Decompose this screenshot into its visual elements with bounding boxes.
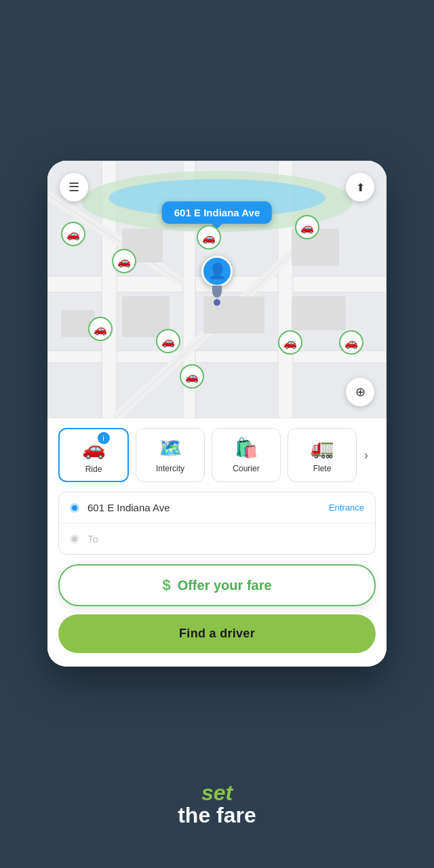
brand-set-text: set bbox=[178, 782, 256, 804]
share-icon: ⬆ bbox=[356, 181, 365, 194]
car-marker-2: 🚗 bbox=[112, 249, 136, 273]
car-marker-6: 🚗 bbox=[278, 330, 302, 355]
car-marker-9: 🚗 bbox=[61, 222, 85, 246]
user-pin: 👤 bbox=[201, 256, 233, 306]
car-marker-5: 🚗 bbox=[156, 329, 180, 353]
tab-courier[interactable]: 🛍️ Courier bbox=[212, 428, 281, 482]
ride-icon-wrapper: 🚗 i bbox=[82, 436, 106, 460]
to-placeholder: To bbox=[87, 533, 364, 545]
tab-intercity[interactable]: 🗺️ Intercity bbox=[136, 428, 205, 482]
share-button[interactable]: ⬆ bbox=[346, 173, 374, 201]
service-tabs: 🚗 i Ride 🗺️ Intercity 🛍️ Courier bbox=[58, 428, 357, 482]
find-driver-button[interactable]: Find a driver bbox=[58, 614, 376, 653]
footer-brand: set the fare bbox=[178, 782, 256, 827]
pin-tail bbox=[212, 285, 222, 298]
courier-icon: 🛍️ bbox=[235, 435, 258, 460]
car-marker-7: 🚗 bbox=[339, 330, 363, 355]
offer-fare-label: Offer your fare bbox=[178, 578, 272, 593]
car-marker-8: 🚗 bbox=[180, 364, 204, 389]
courier-label: Courier bbox=[233, 464, 259, 473]
car-marker-4: 🚗 bbox=[88, 317, 113, 341]
locate-icon: ⊕ bbox=[355, 384, 366, 399]
brand-fare-text: the fare bbox=[178, 804, 256, 827]
tab-flete[interactable]: 🚛 Flete bbox=[288, 428, 357, 482]
ride-label: Ride bbox=[85, 465, 102, 474]
map-address-callout: 601 E Indiana Ave bbox=[162, 201, 272, 224]
intercity-label: Intercity bbox=[156, 464, 184, 473]
from-dot bbox=[70, 503, 79, 513]
svg-rect-2 bbox=[47, 351, 387, 363]
car-marker-3: 🚗 bbox=[295, 215, 319, 239]
entrance-button[interactable]: Entrance bbox=[329, 502, 364, 513]
map-container: ☰ ⬆ ⊕ 601 E Indiana Ave 👤 🚗 🚗 🚗 🚗 🚗 🚗 🚗 … bbox=[47, 161, 387, 418]
offer-fare-button[interactable]: $ Offer your fare bbox=[58, 564, 376, 606]
from-address: 601 E Indiana Ave bbox=[87, 502, 321, 513]
service-tabs-container: 🚗 i Ride 🗺️ Intercity 🛍️ Courier bbox=[58, 428, 376, 482]
from-location-row[interactable]: 601 E Indiana Ave Entrance bbox=[59, 492, 375, 524]
menu-icon: ☰ bbox=[68, 180, 79, 195]
menu-button[interactable]: ☰ bbox=[60, 173, 88, 201]
tab-ride[interactable]: 🚗 i Ride bbox=[58, 428, 129, 482]
info-badge: i bbox=[98, 432, 110, 444]
pin-dot bbox=[214, 299, 220, 306]
flete-icon: 🚛 bbox=[311, 435, 334, 460]
tabs-scroll-right[interactable]: › bbox=[357, 446, 376, 465]
intercity-icon: 🗺️ bbox=[159, 435, 182, 460]
car-marker-1: 🚗 bbox=[197, 225, 221, 250]
locate-button[interactable]: ⊕ bbox=[346, 378, 374, 406]
location-inputs: 601 E Indiana Ave Entrance To bbox=[58, 492, 376, 555]
phone-card: ☰ ⬆ ⊕ 601 E Indiana Ave 👤 🚗 🚗 🚗 🚗 🚗 🚗 🚗 … bbox=[47, 161, 387, 667]
to-location-row[interactable]: To bbox=[59, 524, 375, 554]
user-avatar: 👤 bbox=[201, 256, 233, 287]
svg-rect-15 bbox=[292, 296, 346, 330]
to-dot bbox=[70, 534, 79, 544]
bottom-panel: 🚗 i Ride 🗺️ Intercity 🛍️ Courier bbox=[47, 418, 387, 667]
dollar-icon: $ bbox=[162, 576, 170, 594]
flete-label: Flete bbox=[313, 464, 332, 473]
